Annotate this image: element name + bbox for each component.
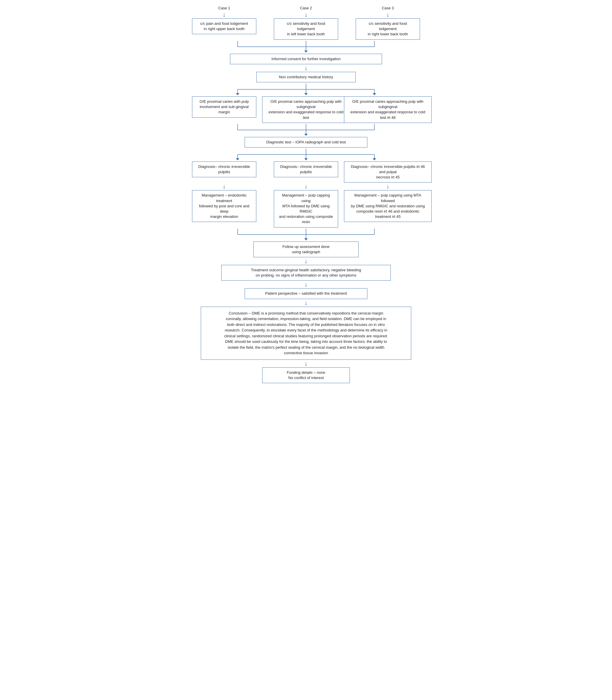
case1-management-box: Management – endodontic treatment follow… — [192, 190, 256, 222]
medical-history-box: Non contributory medical history — [256, 72, 356, 82]
cc-row: c/c pain and food lodgement in right upp… — [175, 18, 437, 40]
svg-marker-27 — [373, 158, 376, 160]
case2-diag-arrow: ↓ — [305, 183, 308, 189]
svg-marker-19 — [304, 134, 308, 136]
svg-marker-11 — [236, 93, 239, 95]
case3-oe-box: O/E proximal caries approaching pulp wit… — [344, 96, 432, 123]
flowchart: Case 1 ↓ Case 2 ↓ Case 3 ↓ c/c pain and … — [175, 6, 437, 383]
oe-row: O/E proximal caries with pulp involvemen… — [175, 96, 437, 123]
conclusion-box: Conclusion – DME is a promising method t… — [201, 306, 411, 360]
diagnostic-test-box: Diagnostic test – IOPA radiograph and co… — [245, 137, 367, 147]
case1-diagnosis-text: Diagnosis– chronic irreversible pulpitis — [198, 165, 250, 174]
case1-oe-box: O/E proximal caries with pulp involvemen… — [192, 96, 256, 118]
case2-management-box: Management – pulp capping using MTA foll… — [274, 190, 338, 227]
case3-diagnosis-text: Diagnosis– chronic irreversible pulpitis… — [351, 165, 425, 179]
case2-diagnosis-box: Diagnosis– chronic irreversible pulpitis — [274, 161, 338, 177]
merge-arrows-1 — [175, 41, 437, 53]
case2-oe-text: O/E proximal caries approaching pulp wit… — [268, 99, 344, 120]
merge-arrows-2 — [175, 124, 437, 136]
case2-label: Case 2 — [300, 6, 312, 10]
case2-cc-text: c/c sensitivity and food lodgement in le… — [287, 21, 325, 36]
case2-top-arrow: ↓ — [305, 11, 308, 18]
case1-label: Case 1 — [218, 6, 230, 10]
case2-cc-box: c/c sensitivity and food lodgement in le… — [274, 18, 338, 40]
treatment-outcome-text: Treatment outcome-gingival health satisf… — [251, 268, 361, 277]
case3-oe-text: O/E proximal caries approaching pulp wit… — [350, 99, 425, 120]
case3-diag-arrow: ↓ — [386, 183, 390, 189]
arrow-conclusion-to-funding: ↓ — [305, 360, 308, 367]
conclusion-text: Conclusion – DME is a promising method t… — [224, 311, 388, 355]
funding-text: Funding details – none No conflict of in… — [287, 370, 325, 380]
merge-arrow-svg-2 — [204, 124, 408, 136]
case2-oe-box: O/E proximal caries approaching pulp wit… — [262, 96, 350, 123]
case-labels-row: Case 1 ↓ Case 2 ↓ Case 3 ↓ — [175, 6, 437, 18]
arrow-outcome-to-patient: ↓ — [305, 281, 308, 288]
svg-marker-5 — [304, 51, 308, 53]
svg-marker-26 — [304, 158, 308, 160]
merge-arrow-svg — [204, 41, 408, 53]
follow-up-box: Follow up assessment done using radiogra… — [253, 242, 359, 257]
case3-management-text: Management – pulp capping using MTA foll… — [351, 193, 425, 219]
svg-marker-13 — [373, 93, 376, 95]
case2-management-text: Management – pulp capping using MTA foll… — [279, 193, 333, 224]
case1-management-text: Management – endodontic treatment follow… — [199, 193, 250, 219]
split-arrow-svg-1 — [204, 84, 408, 95]
medical-history-text: Non contributory medical history — [279, 75, 333, 79]
diagnosis-row: Diagnosis– chronic irreversible pulpitis… — [175, 161, 437, 183]
arrow-patient-to-conclusion: ↓ — [305, 300, 308, 306]
arrow-consent-to-history: ↓ — [305, 65, 308, 71]
patient-perspective-box: Patient perspective – satisfied with the… — [245, 288, 367, 299]
case1-cc-text: c/c pain and food lodgement in right upp… — [200, 21, 248, 31]
case3-diagnosis-box: Diagnosis– chronic irreversible pulpitis… — [344, 161, 432, 183]
patient-perspective-text: Patient perspective – satisfied with the… — [265, 291, 347, 296]
merge-arrows-3 — [175, 229, 437, 240]
svg-marker-25 — [236, 158, 239, 160]
follow-up-text: Follow up assessment done using radiogra… — [282, 244, 329, 254]
case2-diagnosis-text: Diagnosis– chronic irreversible pulpitis — [280, 165, 332, 174]
management-row: Management – endodontic treatment follow… — [175, 190, 437, 227]
arrow-followup-to-outcome: ↓ — [305, 258, 308, 264]
svg-marker-33 — [304, 238, 308, 240]
case1-cc-box: c/c pain and food lodgement in right upp… — [192, 18, 256, 34]
split-arrows-1 — [175, 84, 437, 95]
case1-diag-arrow: ↓ — [223, 183, 226, 189]
informed-consent-text: Informed consent for further investigati… — [272, 57, 340, 61]
case3-top-arrow: ↓ — [386, 11, 390, 18]
split-arrow-svg-2 — [204, 149, 408, 160]
funding-box: Funding details – none No conflict of in… — [262, 367, 350, 383]
split-arrows-2 — [175, 149, 437, 160]
merge-arrow-svg-3 — [204, 229, 408, 240]
case3-label: Case 3 — [382, 6, 394, 10]
case1-oe-text: O/E proximal caries with pulp involvemen… — [199, 99, 249, 114]
case1-diagnosis-box: Diagnosis– chronic irreversible pulpitis — [192, 161, 256, 177]
svg-marker-12 — [304, 93, 308, 95]
diag-to-mgmt-arrows: ↓ ↓ ↓ — [175, 183, 437, 190]
treatment-outcome-box: Treatment outcome-gingival health satisf… — [221, 265, 391, 281]
informed-consent-box: Informed consent for further investigati… — [230, 54, 382, 64]
case1-top-arrow: ↓ — [223, 11, 226, 18]
case3-management-box: Management – pulp capping using MTA foll… — [344, 190, 432, 222]
case3-cc-box: c/c sensitivity and food lodgement in ri… — [356, 18, 420, 40]
diagnostic-test-text: Diagnostic test – IOPA radiograph and co… — [266, 140, 346, 144]
case3-cc-text: c/c sensitivity and food lodgement in ri… — [368, 21, 408, 36]
